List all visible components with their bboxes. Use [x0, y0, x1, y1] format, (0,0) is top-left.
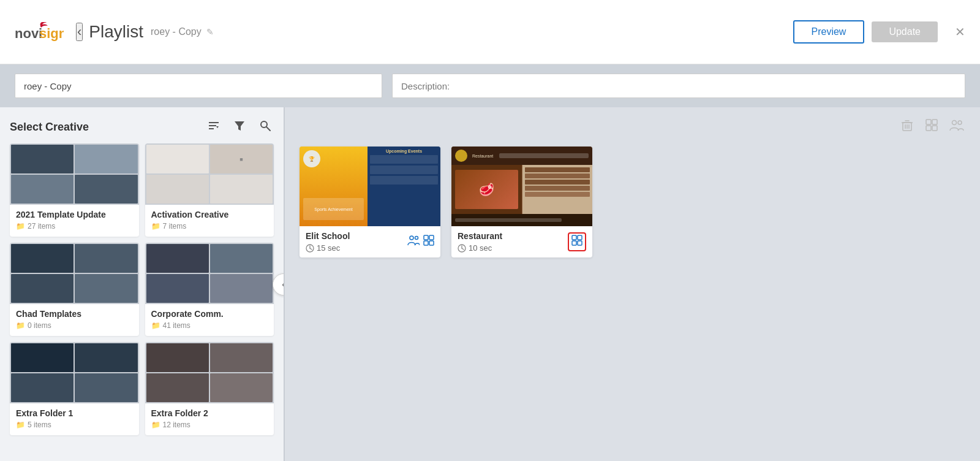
logo-bird-icon: novi sign [15, 22, 64, 42]
update-button[interactable]: Update [872, 21, 938, 42]
layout-view-button[interactable] [924, 117, 940, 137]
filter-icon [233, 120, 246, 132]
svg-point-19 [958, 121, 962, 124]
folders-grid: 2021 Template Update 📁 27 items ■ Activa… [0, 143, 284, 445]
folder-name: Activation Creative [151, 210, 268, 219]
folder-card[interactable]: Corporate Comm. 📁 41 items [145, 243, 274, 336]
svg-rect-35 [578, 241, 582, 245]
main: Select Creative [0, 107, 980, 461]
delete-button[interactable] [899, 117, 915, 137]
playlist-name-input[interactable]: roey - Copy [15, 74, 382, 98]
creative-info: Elit School 15 sec [300, 226, 440, 257]
svg-rect-25 [424, 235, 428, 240]
svg-rect-14 [926, 120, 931, 124]
folder-info: Extra Folder 2 📁 12 items [145, 403, 274, 435]
back-button[interactable]: ‹ [76, 23, 83, 41]
folder-card[interactable]: ■ Activation Creative 📁 7 items [145, 143, 274, 237]
right-panel-toolbar [300, 117, 965, 137]
folder-icon: 📁 [16, 222, 25, 230]
svg-rect-33 [578, 235, 582, 240]
creative-card[interactable]: Restaurant 🥩 [451, 147, 592, 257]
sort-icon [208, 120, 220, 132]
folder-info: Activation Creative 📁 7 items [145, 205, 274, 237]
trash-icon [900, 118, 914, 132]
folder-name: Chad Templates [16, 309, 133, 319]
left-panel-header: Select Creative [0, 107, 284, 143]
search-icon [259, 120, 271, 132]
logo-area: novi sign [15, 22, 64, 42]
folder-name: 2021 Template Update [16, 210, 133, 219]
svg-rect-16 [926, 126, 931, 131]
grid-layout-icon [925, 118, 938, 132]
filter-button[interactable] [231, 118, 248, 136]
creative-users-button[interactable] [407, 235, 420, 249]
folder-info: Chad Templates 📁 0 items [10, 304, 139, 336]
folder-name: Extra Folder 1 [16, 408, 133, 418]
folder-icon: 📁 [151, 421, 160, 429]
svg-point-18 [952, 121, 957, 125]
subheader: roey - Copy [0, 64, 980, 107]
svg-marker-5 [235, 121, 244, 131]
creatives-grid: 🏆 Sports Achievement Upcoming Events [300, 147, 965, 257]
folder-count: 📁 5 items [16, 421, 133, 429]
playlist-description-input[interactable] [392, 74, 965, 98]
edit-name-button[interactable]: ✎ [206, 27, 214, 37]
creative-duration: 10 sec [458, 243, 492, 253]
svg-rect-28 [429, 241, 434, 245]
folder-card[interactable]: Extra Folder 1 📁 5 items [10, 342, 139, 435]
svg-point-24 [415, 237, 418, 240]
svg-line-22 [310, 248, 312, 250]
svg-rect-26 [429, 235, 434, 240]
creative-actions [407, 235, 434, 249]
users-icon [949, 118, 964, 132]
layout-action-icon [423, 235, 434, 246]
svg-rect-17 [932, 126, 937, 131]
users-view-button[interactable] [948, 117, 965, 137]
svg-line-7 [266, 127, 270, 131]
folder-name: Extra Folder 2 [151, 408, 268, 418]
creative-thumbnail-restaurant: Restaurant 🥩 [451, 147, 592, 226]
svg-line-31 [462, 248, 464, 250]
svg-text:novi: novi [15, 26, 42, 41]
creative-layout-button[interactable] [423, 235, 434, 249]
folder-card[interactable]: Extra Folder 2 📁 12 items [145, 342, 274, 435]
creative-name: Elit School [306, 231, 350, 241]
folder-info: Corporate Comm. 📁 41 items [145, 304, 274, 336]
folder-info: Extra Folder 1 📁 5 items [10, 403, 139, 435]
creative-thumbnail-elit: 🏆 Sports Achievement Upcoming Events [300, 147, 440, 226]
creative-meta: 15 sec [306, 243, 350, 253]
folder-count: 📁 0 items [16, 321, 133, 330]
svg-text:sign: sign [39, 26, 64, 41]
svg-rect-15 [932, 120, 937, 124]
creative-name: Restaurant [458, 231, 502, 241]
folder-card[interactable]: Chad Templates 📁 0 items [10, 243, 139, 336]
folder-count: 📁 27 items [16, 222, 133, 230]
folder-card[interactable]: 2021 Template Update 📁 27 items [10, 143, 139, 237]
creative-info: Restaurant 10 sec [451, 226, 592, 257]
page-title: Playlist [89, 22, 143, 42]
svg-rect-34 [572, 241, 576, 245]
sort-button[interactable] [205, 118, 222, 136]
folder-thumbnail: ■ [145, 143, 274, 205]
header: novi sign ‹ Playlist roey - Copy ✎ Previ… [0, 0, 980, 64]
folder-icon: 📁 [16, 321, 25, 330]
folder-thumbnail [10, 143, 139, 205]
folder-count: 📁 7 items [151, 222, 268, 230]
svg-rect-27 [424, 241, 428, 245]
clock-icon [306, 244, 314, 253]
creative-layout-highlighted-button[interactable] [568, 232, 586, 251]
folder-count: 📁 12 items [151, 421, 268, 429]
clock-icon [458, 244, 466, 253]
close-button[interactable]: ✕ [955, 25, 965, 39]
header-nav: ‹ Playlist roey - Copy ✎ [76, 22, 793, 42]
collapse-icon: ‹ [282, 279, 285, 290]
creative-card[interactable]: 🏆 Sports Achievement Upcoming Events [300, 147, 440, 257]
folder-icon: 📁 [151, 321, 160, 330]
search-button[interactable] [257, 118, 274, 136]
folder-thumbnail [10, 342, 139, 403]
preview-button[interactable]: Preview [793, 20, 865, 44]
folder-icon: 📁 [151, 222, 160, 230]
folder-thumbnail [10, 243, 139, 304]
right-panel: 🏆 Sports Achievement Upcoming Events [285, 107, 980, 461]
folder-count: 📁 41 items [151, 321, 268, 330]
